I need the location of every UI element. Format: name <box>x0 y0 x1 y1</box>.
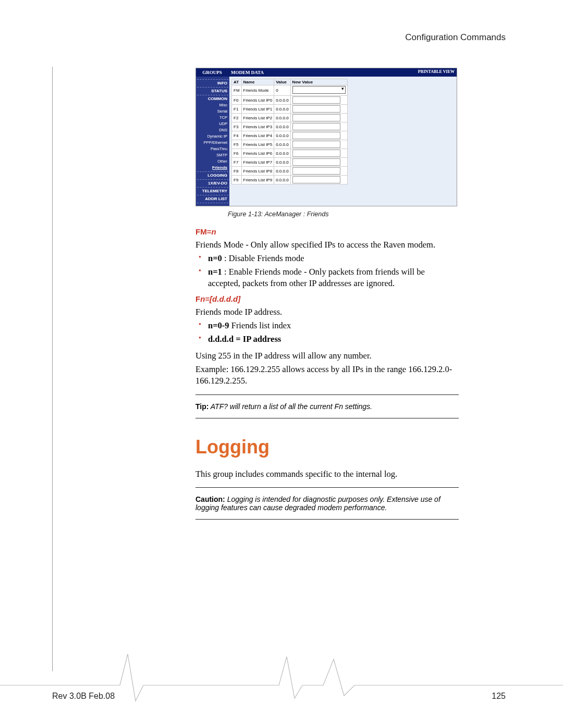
cell-value: 0.0.0.0 <box>274 149 290 158</box>
bullet-key: d.d.d.d = IP address <box>208 334 281 344</box>
caution-label: Caution: <box>195 495 225 503</box>
list-item: n=0-9 Friends list index <box>208 320 459 331</box>
sidebar-item-dns[interactable]: DNS <box>197 127 228 133</box>
sidebar-item-1x-ev-do[interactable]: 1X/EV-DO <box>197 180 228 187</box>
bullet-text: : Enable Friends mode - Only packets fro… <box>208 267 425 288</box>
new-value-input[interactable] <box>292 176 340 183</box>
sidebar-item-dynamic-ip[interactable]: Dynamic IP <box>197 133 228 140</box>
cell-new-value <box>290 85 347 96</box>
cell-name: Friends List IP1 <box>241 105 274 114</box>
cell-at: F6 <box>232 149 242 158</box>
table-row: F1Friends List IP10.0.0.0 <box>232 105 348 114</box>
cmd-fn-para2: Example: 166.129.2.255 allows access by … <box>195 364 459 387</box>
sidebar-item-misc[interactable]: Misc <box>197 102 228 108</box>
new-value-input[interactable] <box>292 158 340 166</box>
cell-at: FM <box>232 85 242 96</box>
cell-value: 0.0.0.0 <box>274 131 290 140</box>
cell-at: F5 <box>232 140 242 149</box>
cell-name: Friends List IP0 <box>241 96 274 105</box>
list-item: n=0 : Disable Friends mode <box>208 253 459 264</box>
sidebar-item-logging[interactable]: LOGGING <box>197 172 228 179</box>
new-value-input[interactable] <box>292 114 340 121</box>
cell-name: Friends List IP5 <box>241 140 274 149</box>
new-value-input[interactable] <box>292 150 340 157</box>
cell-name: Friends List IP8 <box>241 167 274 176</box>
cell-new-value <box>290 140 347 149</box>
sidebar-item-other[interactable]: Other <box>197 158 228 165</box>
modem-data-panel: ATNameValueNew ValueFMFriends Mode0F0Fri… <box>229 77 457 206</box>
cmd-fn-heading: Fn=[d.d.d.d] <box>195 294 459 303</box>
cmd-fm-param: n <box>211 227 216 236</box>
table-header: Name <box>241 79 274 85</box>
figure-caption: Figure 1-13: AceManager : Friends <box>228 211 459 218</box>
sidebar-item-addr-list[interactable]: ADDR LIST <box>197 196 228 202</box>
cell-value: 0.0.0.0 <box>274 158 290 167</box>
sidebar-item-info[interactable]: INFO <box>197 80 228 87</box>
printable-view-link[interactable]: PRINTABLE VIEW <box>416 68 457 77</box>
cell-name: Friends Mode <box>241 85 274 96</box>
margin-rule <box>52 67 53 671</box>
sidebar-item-tcp[interactable]: TCP <box>197 115 228 121</box>
bullet-key: n=0-9 <box>208 320 229 330</box>
footer-page-number: 125 <box>492 692 506 701</box>
cell-name: Friends List IP4 <box>241 131 274 140</box>
cell-at: F4 <box>232 131 242 140</box>
new-value-input[interactable] <box>292 105 340 113</box>
groups-header: GROUPS <box>196 68 228 77</box>
sidebar-item-ppp-ethernet[interactable]: PPP/Ethernet <box>197 140 228 146</box>
cmd-fn-param: n=[d.d.d.d] <box>200 294 240 303</box>
groups-sidebar: INFOSTATUSCOMMONMiscSerialTCPUDPDNSDynam… <box>196 77 229 206</box>
cell-new-value <box>290 122 347 131</box>
cell-name: Friends List IP3 <box>241 122 274 131</box>
cmd-fm-heading: FM=n <box>195 227 459 236</box>
new-value-select[interactable] <box>292 86 346 94</box>
sidebar-item-common[interactable]: COMMON <box>197 96 228 102</box>
sidebar-item-serial[interactable]: Serial <box>197 108 228 115</box>
logging-intro: This group includes commands specific to… <box>195 468 459 480</box>
sidebar-item-passthru[interactable]: PassThru <box>197 146 228 152</box>
friends-table: ATNameValueNew ValueFMFriends Mode0F0Fri… <box>231 79 348 184</box>
sidebar-item-status[interactable]: STATUS <box>197 88 228 94</box>
table-row: F5Friends List IP50.0.0.0 <box>232 140 348 149</box>
tip-note: Tip: ATF? will return a list of all the … <box>195 402 459 411</box>
footer-revision: Rev 3.0B Feb.08 <box>52 692 115 701</box>
sidebar-item-friends[interactable]: Friends <box>197 165 228 171</box>
sidebar-item-udp[interactable]: UDP <box>197 121 228 127</box>
logging-heading: Logging <box>195 436 459 458</box>
table-header: AT <box>232 79 242 85</box>
list-item: n=1 : Enable Friends mode - Only packets… <box>208 266 459 290</box>
sidebar-item-smtp[interactable]: SMTP <box>197 152 228 158</box>
table-row: FMFriends Mode0 <box>232 85 348 96</box>
cmd-fm-bullets: n=0 : Disable Friends moden=1 : Enable F… <box>195 253 459 289</box>
table-row: F0Friends List IP00.0.0.0 <box>232 96 348 105</box>
new-value-input[interactable] <box>292 141 340 148</box>
cell-value: 0.0.0.0 <box>274 105 290 114</box>
new-value-input[interactable] <box>292 132 340 139</box>
bullet-text: : Disable Friends mode <box>222 253 304 263</box>
table-header: Value <box>274 79 290 85</box>
cmd-fn-desc: Friends mode IP address. <box>195 306 459 318</box>
cell-at: F7 <box>232 158 242 167</box>
table-row: F3Friends List IP30.0.0.0 <box>232 122 348 131</box>
tip-label: Tip: <box>195 402 209 411</box>
bullet-text: Friends list index <box>229 320 291 330</box>
caution-note: Caution: Logging is intended for diagnos… <box>195 495 459 512</box>
table-row: F6Friends List IP60.0.0.0 <box>232 149 348 158</box>
cmd-fm-desc: Friends Mode - Only allow specified IPs … <box>195 239 459 251</box>
divider <box>195 394 459 395</box>
sidebar-item-telemetry[interactable]: TELEMETRY <box>197 188 228 194</box>
cell-new-value <box>290 149 347 158</box>
new-value-input[interactable] <box>292 167 340 175</box>
cell-value: 0 <box>274 85 290 96</box>
cell-new-value <box>290 114 347 122</box>
page-section-title: Configuration Commands <box>405 32 506 43</box>
cell-name: Friends List IP6 <box>241 149 274 158</box>
cell-at: F8 <box>232 167 242 176</box>
divider <box>195 487 459 488</box>
cell-name: Friends List IP2 <box>241 114 274 122</box>
table-row: F4Friends List IP40.0.0.0 <box>232 131 348 140</box>
new-value-input[interactable] <box>292 123 340 130</box>
cell-at: F0 <box>232 96 242 105</box>
new-value-input[interactable] <box>292 96 340 104</box>
tip-text: ATF? will return a list of all the curre… <box>209 402 372 411</box>
